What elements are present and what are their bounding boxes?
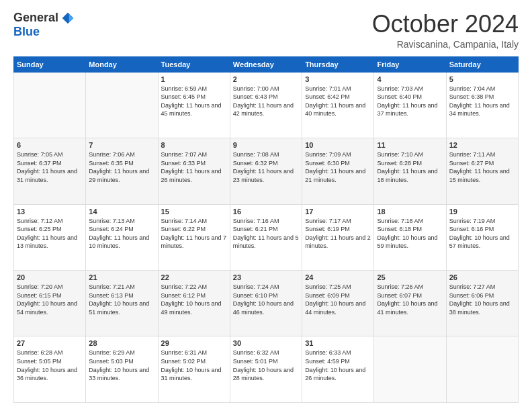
calendar-day-header: Wednesday xyxy=(230,56,302,72)
day-info: Sunrise: 7:06 AM Sunset: 6:35 PM Dayligh… xyxy=(89,150,154,184)
day-number: 11 xyxy=(377,141,443,149)
day-number: 22 xyxy=(161,273,227,281)
calendar-cell: 23Sunrise: 7:24 AM Sunset: 6:10 PM Dayli… xyxy=(230,271,302,336)
calendar-cell: 10Sunrise: 7:09 AM Sunset: 6:30 PM Dayli… xyxy=(302,138,374,204)
calendar-day-header: Friday xyxy=(374,56,446,72)
calendar-cell: 13Sunrise: 7:12 AM Sunset: 6:25 PM Dayli… xyxy=(14,204,86,270)
calendar-cell: 4Sunrise: 7:03 AM Sunset: 6:40 PM Daylig… xyxy=(374,72,446,138)
day-number: 5 xyxy=(449,75,515,83)
calendar-cell: 19Sunrise: 7:19 AM Sunset: 6:16 PM Dayli… xyxy=(446,204,518,270)
day-info: Sunrise: 7:25 AM Sunset: 6:09 PM Dayligh… xyxy=(305,283,371,316)
day-number: 29 xyxy=(161,339,227,347)
day-number: 26 xyxy=(449,273,515,281)
day-number: 7 xyxy=(89,141,154,149)
day-number: 16 xyxy=(233,208,299,216)
day-info: Sunrise: 7:09 AM Sunset: 6:30 PM Dayligh… xyxy=(305,150,371,184)
day-info: Sunrise: 6:32 AM Sunset: 5:01 PM Dayligh… xyxy=(233,349,299,382)
day-number: 17 xyxy=(305,208,371,216)
day-number: 23 xyxy=(233,273,299,281)
day-number: 2 xyxy=(233,75,299,83)
calendar-cell xyxy=(86,72,158,138)
calendar-cell: 1Sunrise: 6:59 AM Sunset: 6:45 PM Daylig… xyxy=(158,72,230,138)
calendar-week-row: 20Sunrise: 7:20 AM Sunset: 6:15 PM Dayli… xyxy=(14,271,519,336)
calendar-cell: 21Sunrise: 7:21 AM Sunset: 6:13 PM Dayli… xyxy=(86,271,158,336)
calendar-cell: 16Sunrise: 7:16 AM Sunset: 6:21 PM Dayli… xyxy=(230,204,302,270)
calendar-cell: 8Sunrise: 7:07 AM Sunset: 6:33 PM Daylig… xyxy=(158,138,230,204)
day-info: Sunrise: 7:20 AM Sunset: 6:15 PM Dayligh… xyxy=(17,283,83,316)
day-info: Sunrise: 7:19 AM Sunset: 6:16 PM Dayligh… xyxy=(449,217,515,250)
calendar-cell xyxy=(14,72,86,138)
day-info: Sunrise: 7:13 AM Sunset: 6:24 PM Dayligh… xyxy=(89,217,154,250)
day-number: 19 xyxy=(449,208,515,216)
day-info: Sunrise: 7:04 AM Sunset: 6:38 PM Dayligh… xyxy=(449,85,515,118)
location-subtitle: Raviscanina, Campania, Italy xyxy=(372,39,519,50)
calendar-cell: 29Sunrise: 6:31 AM Sunset: 5:02 PM Dayli… xyxy=(158,336,230,403)
calendar-cell: 22Sunrise: 7:22 AM Sunset: 6:12 PM Dayli… xyxy=(158,271,230,336)
day-info: Sunrise: 7:03 AM Sunset: 6:40 PM Dayligh… xyxy=(377,85,443,118)
day-info: Sunrise: 7:18 AM Sunset: 6:18 PM Dayligh… xyxy=(377,217,443,250)
day-number: 21 xyxy=(89,273,154,281)
logo-icon xyxy=(61,11,75,25)
logo-general-text: General xyxy=(13,11,58,25)
day-number: 13 xyxy=(17,208,83,216)
calendar-cell: 12Sunrise: 7:11 AM Sunset: 6:27 PM Dayli… xyxy=(446,138,518,204)
day-info: Sunrise: 7:26 AM Sunset: 6:07 PM Dayligh… xyxy=(377,283,443,316)
day-number: 4 xyxy=(377,75,443,83)
day-info: Sunrise: 7:05 AM Sunset: 6:37 PM Dayligh… xyxy=(17,150,83,184)
page: General Blue October 2024 Raviscanina, C… xyxy=(0,0,532,411)
day-number: 31 xyxy=(305,339,371,347)
calendar-week-row: 1Sunrise: 6:59 AM Sunset: 6:45 PM Daylig… xyxy=(14,72,519,138)
calendar-cell: 24Sunrise: 7:25 AM Sunset: 6:09 PM Dayli… xyxy=(302,271,374,336)
day-number: 18 xyxy=(377,208,443,216)
calendar-day-header: Thursday xyxy=(302,56,374,72)
title-section: October 2024 Raviscanina, Campania, Ital… xyxy=(372,11,519,50)
calendar-cell: 27Sunrise: 6:28 AM Sunset: 5:05 PM Dayli… xyxy=(14,336,86,403)
calendar-cell: 3Sunrise: 7:01 AM Sunset: 6:42 PM Daylig… xyxy=(302,72,374,138)
day-number: 8 xyxy=(161,141,227,149)
logo-blue-text: Blue xyxy=(13,25,40,38)
calendar-week-row: 27Sunrise: 6:28 AM Sunset: 5:05 PM Dayli… xyxy=(14,336,519,403)
day-info: Sunrise: 7:10 AM Sunset: 6:28 PM Dayligh… xyxy=(377,150,443,184)
calendar-cell: 26Sunrise: 7:27 AM Sunset: 6:06 PM Dayli… xyxy=(446,271,518,336)
day-number: 15 xyxy=(161,208,227,216)
calendar-cell xyxy=(374,336,446,403)
calendar-day-header: Saturday xyxy=(446,56,518,72)
day-number: 3 xyxy=(305,75,371,83)
day-info: Sunrise: 6:59 AM Sunset: 6:45 PM Dayligh… xyxy=(161,85,227,118)
month-title: October 2024 xyxy=(372,11,519,38)
day-info: Sunrise: 7:01 AM Sunset: 6:42 PM Dayligh… xyxy=(305,85,371,118)
calendar-cell: 20Sunrise: 7:20 AM Sunset: 6:15 PM Dayli… xyxy=(14,271,86,336)
calendar-cell: 5Sunrise: 7:04 AM Sunset: 6:38 PM Daylig… xyxy=(446,72,518,138)
day-number: 12 xyxy=(449,141,515,149)
day-info: Sunrise: 6:33 AM Sunset: 4:59 PM Dayligh… xyxy=(305,349,371,382)
day-info: Sunrise: 7:24 AM Sunset: 6:10 PM Dayligh… xyxy=(233,283,299,316)
calendar-cell: 17Sunrise: 7:17 AM Sunset: 6:19 PM Dayli… xyxy=(302,204,374,270)
day-info: Sunrise: 7:27 AM Sunset: 6:06 PM Dayligh… xyxy=(449,283,515,316)
day-info: Sunrise: 6:29 AM Sunset: 5:03 PM Dayligh… xyxy=(89,349,154,382)
day-info: Sunrise: 7:00 AM Sunset: 6:43 PM Dayligh… xyxy=(233,85,299,118)
day-info: Sunrise: 6:28 AM Sunset: 5:05 PM Dayligh… xyxy=(17,349,83,382)
calendar-cell: 15Sunrise: 7:14 AM Sunset: 6:22 PM Dayli… xyxy=(158,204,230,270)
day-number: 25 xyxy=(377,273,443,281)
day-number: 28 xyxy=(89,339,154,347)
day-info: Sunrise: 7:07 AM Sunset: 6:33 PM Dayligh… xyxy=(161,150,227,184)
calendar-cell: 14Sunrise: 7:13 AM Sunset: 6:24 PM Dayli… xyxy=(86,204,158,270)
header: General Blue October 2024 Raviscanina, C… xyxy=(13,11,519,50)
day-number: 1 xyxy=(161,75,227,83)
calendar-day-header: Monday xyxy=(86,56,158,72)
calendar-cell: 28Sunrise: 6:29 AM Sunset: 5:03 PM Dayli… xyxy=(86,336,158,403)
logo: General Blue xyxy=(13,11,75,39)
day-number: 14 xyxy=(89,208,154,216)
calendar-cell: 7Sunrise: 7:06 AM Sunset: 6:35 PM Daylig… xyxy=(86,138,158,204)
calendar-cell: 30Sunrise: 6:32 AM Sunset: 5:01 PM Dayli… xyxy=(230,336,302,403)
day-number: 27 xyxy=(17,339,83,347)
day-info: Sunrise: 7:22 AM Sunset: 6:12 PM Dayligh… xyxy=(161,283,227,316)
day-info: Sunrise: 7:16 AM Sunset: 6:21 PM Dayligh… xyxy=(233,217,299,250)
day-info: Sunrise: 7:12 AM Sunset: 6:25 PM Dayligh… xyxy=(17,217,83,250)
calendar-cell: 9Sunrise: 7:08 AM Sunset: 6:32 PM Daylig… xyxy=(230,138,302,204)
day-number: 9 xyxy=(233,141,299,149)
svg-marker-1 xyxy=(69,13,74,22)
day-info: Sunrise: 6:31 AM Sunset: 5:02 PM Dayligh… xyxy=(161,349,227,382)
calendar-cell: 2Sunrise: 7:00 AM Sunset: 6:43 PM Daylig… xyxy=(230,72,302,138)
day-info: Sunrise: 7:17 AM Sunset: 6:19 PM Dayligh… xyxy=(305,217,371,250)
